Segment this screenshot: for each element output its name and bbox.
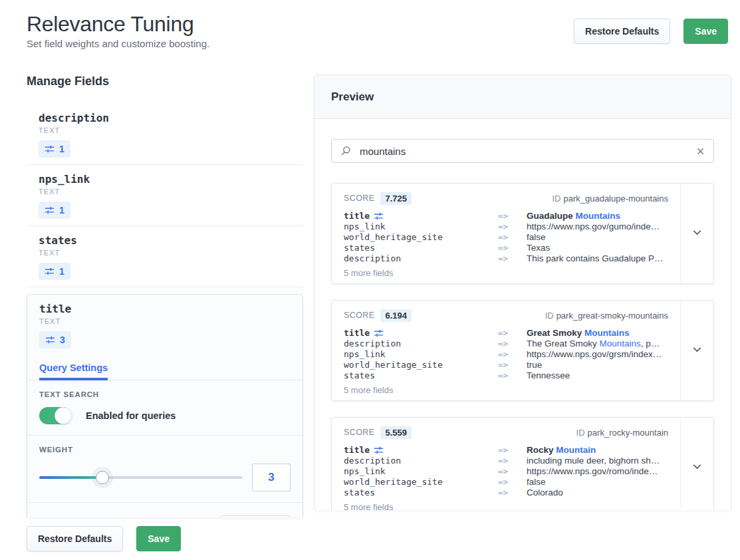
fields-list: descriptionTEXT1nps_linkTEXT1statesTEXT1 bbox=[27, 104, 303, 287]
result-field-row: description=>This park contains Guadalup… bbox=[344, 253, 668, 264]
result-field-row: title=>Rocky Mountain bbox=[344, 445, 668, 456]
more-fields-label: 5 more fields bbox=[344, 385, 668, 395]
restore-defaults-button[interactable]: Restore Defaults bbox=[574, 19, 670, 44]
result-field-value: including mule deer, bighorn sh… bbox=[527, 456, 668, 466]
field-weight-badge: 1 bbox=[39, 202, 70, 219]
tab-query-settings[interactable]: Query Settings bbox=[39, 362, 108, 380]
field-name: description bbox=[39, 112, 291, 124]
arrow-glyph: => bbox=[498, 232, 527, 243]
result-field-row: description=>including mule deer, bighor… bbox=[344, 456, 668, 466]
preview-heading: Preview bbox=[314, 75, 731, 119]
result-field-row: states=>Tennessee bbox=[344, 370, 668, 381]
text-search-section: TEXT SEARCH Enabled for queries bbox=[27, 380, 303, 436]
field-weight-value: 1 bbox=[59, 266, 64, 277]
field-card-title[interactable]: title TEXT 3 Query Settings TEXT SEARCH … bbox=[27, 294, 303, 517]
result-field-value: false bbox=[527, 477, 668, 488]
results-list: SCORE7.725IDpark_guadalupe-mountainstitl… bbox=[331, 183, 714, 510]
page-title: Relevance Tuning bbox=[27, 11, 209, 37]
result-field-value: The Great Smoky Mountains, p… bbox=[527, 339, 668, 349]
result-field-row: world_heritage_site=>true bbox=[344, 360, 668, 370]
result-card-park_rocky-mountain: SCORE5.559IDpark_rocky-mountaintitle=>Ro… bbox=[331, 417, 714, 510]
field-type: TEXT bbox=[39, 317, 291, 325]
sliders-icon bbox=[374, 446, 384, 456]
result-field-value: Great Smoky Mountains bbox=[527, 328, 668, 339]
sliders-icon bbox=[45, 267, 55, 277]
result-field-name: states bbox=[344, 370, 498, 381]
score-badge: 5.559 bbox=[380, 426, 412, 439]
field-name: title bbox=[39, 303, 291, 315]
result-field-row: states=>Colorado bbox=[344, 488, 668, 498]
arrow-glyph: => bbox=[498, 445, 527, 456]
result-card-park_great-smoky-mountains: SCORE6.194IDpark_great-smoky-mountainsti… bbox=[331, 300, 714, 401]
result-field-name: world_heritage_site bbox=[344, 477, 498, 488]
score-badge: 7.725 bbox=[380, 192, 412, 205]
result-field-name: world_heritage_site bbox=[344, 360, 498, 370]
result-field-value: Guadalupe Mountains bbox=[527, 211, 668, 221]
result-field-value: https://www.nps.gov/romo/inde… bbox=[527, 466, 668, 477]
arrow-glyph: => bbox=[498, 349, 527, 360]
arrow-glyph: => bbox=[498, 339, 527, 349]
field-item-description[interactable]: descriptionTEXT1 bbox=[27, 104, 303, 165]
field-type: TEXT bbox=[39, 188, 291, 196]
result-field-name: title bbox=[344, 328, 498, 339]
weight-value-input[interactable]: 3 bbox=[252, 464, 291, 491]
field-weight-value: 1 bbox=[59, 205, 64, 215]
weight-slider-fill bbox=[39, 476, 102, 479]
weight-section: WEIGHT 3 bbox=[27, 436, 303, 503]
expand-result-button[interactable] bbox=[680, 301, 713, 400]
result-field-value: This park contains Guadalupe P… bbox=[527, 253, 668, 264]
result-card-main: SCORE5.559IDpark_rocky-mountaintitle=>Ro… bbox=[332, 418, 680, 510]
score-label: SCORE bbox=[344, 311, 374, 320]
search-box bbox=[331, 139, 714, 163]
header-actions: Restore Defaults Save bbox=[574, 19, 728, 44]
restore-defaults-button-bottom[interactable]: Restore Defaults bbox=[27, 526, 123, 551]
arrow-glyph: => bbox=[498, 488, 527, 498]
result-field-name: description bbox=[344, 339, 498, 349]
field-item-states[interactable]: statesTEXT1 bbox=[27, 226, 303, 287]
result-field-name: nps_link bbox=[344, 349, 498, 360]
field-item-nps_link[interactable]: nps_linkTEXT1 bbox=[27, 165, 303, 226]
result-field-value: https://www.nps.gov/grsm/index… bbox=[527, 349, 668, 360]
more-fields-label: 5 more fields bbox=[344, 268, 668, 278]
page-footer: Restore Defaults Save bbox=[27, 526, 181, 551]
score-label: SCORE bbox=[344, 428, 374, 437]
field-weight-badge: 1 bbox=[39, 263, 70, 280]
field-name: states bbox=[39, 234, 291, 247]
result-field-name: world_heritage_site bbox=[344, 232, 498, 243]
expand-result-button[interactable] bbox=[680, 418, 713, 510]
result-field-name: title bbox=[344, 445, 498, 456]
field-weight-badge: 1 bbox=[39, 140, 70, 158]
save-button-bottom[interactable]: Save bbox=[136, 526, 181, 551]
expand-result-button[interactable] bbox=[680, 184, 713, 283]
sliders-icon bbox=[374, 329, 384, 339]
page-header: Relevance Tuning Set field weights and c… bbox=[0, 0, 740, 49]
chevron-down-icon bbox=[691, 227, 703, 241]
result-field-row: title=>Guadalupe Mountains bbox=[344, 211, 668, 221]
arrow-glyph: => bbox=[498, 370, 527, 381]
field-weight-value: 1 bbox=[59, 144, 64, 154]
result-field-value: Tennessee bbox=[527, 370, 668, 381]
preview-panel: Preview SCORE7.725IDpark_guadalupe-mount… bbox=[314, 74, 731, 510]
sliders-icon bbox=[45, 335, 55, 345]
toggle-knob bbox=[55, 407, 72, 424]
save-button[interactable]: Save bbox=[683, 19, 728, 44]
result-field-row: description=>The Great Smoky Mountains, … bbox=[344, 339, 668, 349]
search-input[interactable] bbox=[358, 145, 689, 158]
arrow-glyph: => bbox=[498, 477, 527, 488]
arrow-glyph: => bbox=[498, 328, 527, 339]
field-type: TEXT bbox=[39, 126, 291, 134]
result-field-name: states bbox=[344, 243, 498, 253]
clear-search-icon[interactable] bbox=[696, 147, 705, 156]
result-field-row: world_heritage_site=>false bbox=[344, 477, 668, 488]
result-field-value: https://www.nps.gov/gumo/inde… bbox=[527, 221, 668, 232]
sliders-icon bbox=[45, 144, 55, 154]
document-id: IDpark_guadalupe-mountains bbox=[552, 194, 668, 204]
result-field-row: nps_link=>https://www.nps.gov/romo/inde… bbox=[344, 466, 668, 477]
more-fields-label: 5 more fields bbox=[344, 502, 668, 510]
clipped-button[interactable] bbox=[219, 515, 292, 517]
arrow-glyph: => bbox=[498, 253, 527, 264]
text-search-toggle[interactable] bbox=[39, 407, 71, 424]
weight-slider-handle[interactable] bbox=[96, 471, 109, 484]
result-field-name: description bbox=[344, 456, 498, 466]
weight-slider[interactable] bbox=[39, 471, 243, 484]
